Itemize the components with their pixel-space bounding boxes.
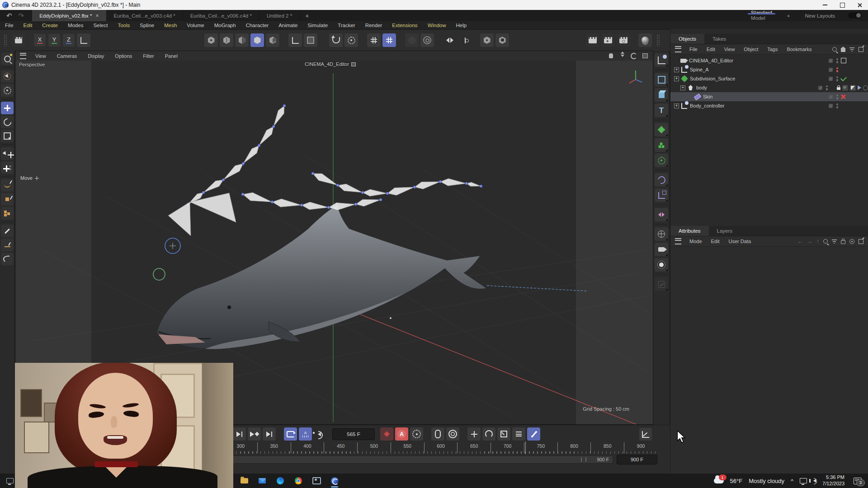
tree-row-subdivision[interactable]: Subdivision_Surface [670,74,868,83]
quantize-icon[interactable] [382,33,396,47]
menu-item[interactable]: MoGraph [209,23,241,28]
spline-primitive-icon[interactable] [655,73,668,86]
menu-item[interactable]: Mesh [159,23,182,28]
weight-tag-icon[interactable] [863,85,868,90]
notification-center-icon[interactable]: 3 [854,478,862,484]
search-icon[interactable] [823,239,828,244]
toolbar-grip[interactable] [4,34,7,46]
filter-icon[interactable] [832,239,837,244]
weather-icon[interactable]: 1 [714,478,724,483]
sketch-spline-icon[interactable] [1,253,14,265]
layer-icon[interactable] [829,59,833,63]
menu-item[interactable]: Simulate [302,23,333,28]
keyframe-selection-button[interactable] [410,427,423,441]
snap-icon[interactable] [367,33,381,47]
scale-tool-icon[interactable] [1,130,14,142]
soft-selection-icon[interactable] [405,33,419,47]
layout-tab[interactable]: Model [741,15,782,21]
motext-icon[interactable]: T [655,103,668,117]
doc-tab[interactable]: Euriba_Ceil...e_v006.c4d * [183,10,259,21]
mail-icon[interactable] [253,474,271,488]
lock-icon[interactable] [841,240,845,244]
expand-icon[interactable] [680,85,685,90]
visibility-dots[interactable] [836,94,839,99]
lock-y-axis-button[interactable]: Y [48,34,60,47]
multi-move-tool-icon[interactable] [1,161,14,174]
objects-menu-item[interactable]: File [685,47,702,52]
modeling-settings-icon[interactable] [480,33,494,47]
pan-view-icon[interactable] [608,53,614,59]
viewport-menu-item[interactable]: Cameras [52,53,83,59]
layer-icon[interactable] [829,104,833,108]
layer-icon[interactable] [818,86,822,90]
chrome-icon[interactable] [289,474,307,488]
menu-item[interactable]: Tracker [333,23,360,28]
doc-tab[interactable]: Euriba_Ceil...e_v003.c4d * [107,10,183,21]
viewport-render-icon[interactable] [12,33,25,47]
tweak-tool-icon[interactable] [1,84,14,97]
spline-pen-icon[interactable] [1,179,14,192]
workplane-icon[interactable] [304,33,317,47]
layout-tab[interactable]: Standard [741,10,782,15]
nav-back-icon[interactable]: ← [797,238,803,244]
light-object-icon[interactable] [655,258,668,272]
camera-label[interactable]: CINEMA_4D_Editor [305,61,356,67]
undo-icon[interactable]: ↶ [6,12,12,20]
menu-item[interactable]: Help [451,23,472,28]
timeline-curve-button[interactable] [639,428,652,441]
search-tool-icon[interactable] [1,52,14,65]
doc-tab-active[interactable]: EddyDolphin_v02.fbx * × [32,10,106,21]
menu-item[interactable]: Render [360,23,387,28]
current-frame-field[interactable]: 565 F [332,428,375,440]
lock-z-axis-button[interactable]: Z [63,34,75,47]
point-level-animation-button[interactable] [527,427,540,441]
zoom-view-icon[interactable] [619,53,626,59]
loop-mode-button[interactable] [284,427,297,441]
menu-item[interactable]: Character [241,23,274,28]
marker-mode-button[interactable]: A [299,427,312,441]
camera-object-icon[interactable] [655,243,668,256]
record-parameter-button[interactable] [482,427,495,441]
weather-desc[interactable]: Mostly cloudy [749,478,784,484]
record-object-button[interactable] [497,427,510,441]
edge-icon[interactable] [271,474,289,488]
maximize-button[interactable] [834,0,851,10]
visibility-dots[interactable] [836,58,839,63]
visibility-dots[interactable] [836,103,839,108]
polygons-mode-icon[interactable] [235,33,249,47]
screenshot-tool-icon[interactable] [307,474,326,488]
viewport-menu-item[interactable]: View [30,53,52,59]
minimize-button[interactable] [816,0,834,10]
points-mode-icon[interactable] [204,33,218,47]
export-icon[interactable] [859,239,863,244]
symmetry-icon[interactable] [443,33,457,47]
layer-icon[interactable] [829,77,833,81]
viewport-menu-item[interactable]: Display [82,53,109,59]
record-target-icon[interactable] [841,58,846,63]
menu-item[interactable]: Spline [135,23,159,28]
expand-icon[interactable] [674,67,679,72]
layer-icon[interactable] [829,68,833,72]
rotate-view-icon[interactable] [630,53,637,59]
objects-menu-item[interactable]: Bookmarks [782,47,816,52]
network-icon[interactable] [800,478,807,483]
filter-icon[interactable] [849,47,854,52]
material-preview-icon[interactable] [638,33,652,47]
model-mode-icon[interactable] [250,33,264,47]
record-rotation-button[interactable] [446,427,459,441]
range-end-field[interactable]: 900 F [617,455,657,465]
weather-temp[interactable]: 56°F [730,478,743,484]
record-list-button[interactable] [512,427,525,441]
play-forwards-button[interactable] [233,427,246,441]
visibility-dots-red[interactable] [836,67,839,72]
render-settings-icon[interactable] [617,33,630,47]
camera-swap-icon[interactable] [351,62,356,66]
objects-menu-item[interactable]: Edit [702,47,720,52]
volume-icon[interactable] [813,479,816,483]
tray-expand-icon[interactable]: ^ [791,478,793,484]
field-icon[interactable] [655,188,668,202]
menu-item[interactable]: Volume [182,23,209,28]
viewport-menu-item[interactable]: Filter [137,53,159,59]
objects-menu-item[interactable]: Object [739,47,763,52]
toggle-view-icon[interactable] [642,53,648,59]
